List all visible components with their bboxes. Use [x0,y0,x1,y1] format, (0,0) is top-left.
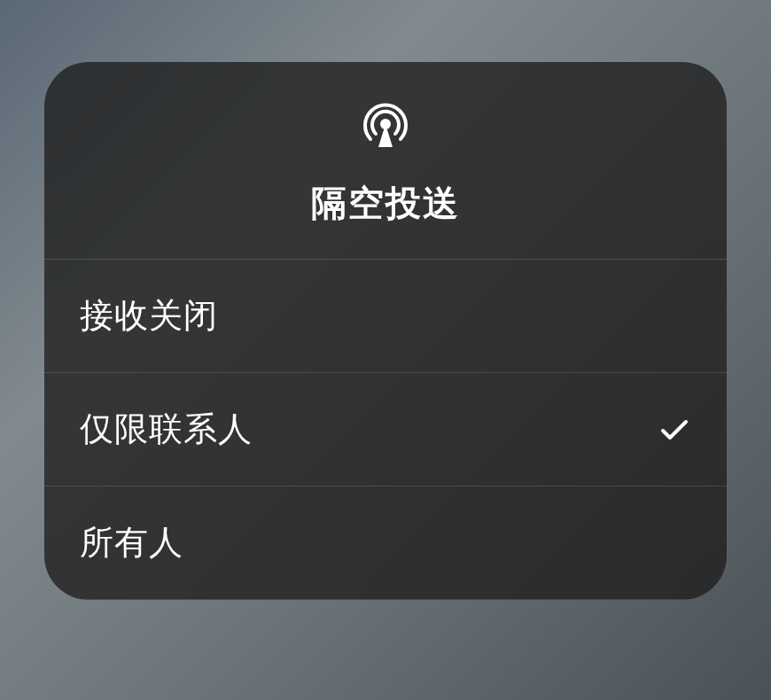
option-everyone[interactable]: 所有人 [44,486,727,600]
panel-title: 隔空投送 [311,179,460,228]
option-list: 接收关闭 仅限联系人 所有人 [44,260,727,600]
airdrop-panel: 隔空投送 接收关闭 仅限联系人 所有人 [44,62,727,600]
option-contacts-only[interactable]: 仅限联系人 [44,373,727,486]
option-label: 所有人 [80,520,183,565]
option-receiving-off[interactable]: 接收关闭 [44,260,727,373]
option-label: 接收关闭 [80,293,218,338]
airdrop-icon [359,97,412,154]
checkmark-icon [658,413,691,447]
option-label: 仅限联系人 [80,407,253,452]
panel-header: 隔空投送 [44,62,727,260]
